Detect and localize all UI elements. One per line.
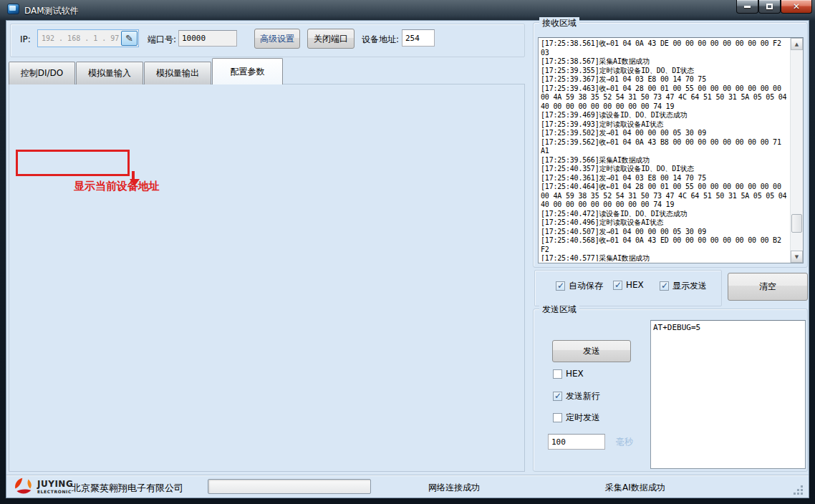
annotation-arrow (132, 171, 135, 179)
brand-name: JUYING (37, 480, 73, 488)
close-port-button[interactable]: 关闭端口 (307, 29, 355, 49)
arrow-up-icon: ▲ (795, 42, 799, 47)
checkbox-label: HEX (566, 369, 584, 379)
show-send-checkbox[interactable]: 显示发送 (660, 280, 707, 292)
ip-input[interactable]: 192 . 168 . 1 . 97 (38, 34, 121, 42)
group-title: 接收区域 (539, 17, 579, 29)
advanced-settings-button[interactable]: 高级设置 (254, 29, 300, 49)
annotation-text: 显示当前设备地址 (74, 180, 160, 193)
send-button[interactable]: 发送 (552, 340, 631, 362)
receive-log-box[interactable]: [17:25:38.561]收←01 04 0A 43 DE 00 00 00 … (538, 37, 804, 263)
checkbox-label: HEX (626, 280, 644, 290)
tab-label: 模拟量输入 (88, 67, 131, 79)
checkbox-label: 显示发送 (672, 280, 707, 292)
port-input[interactable] (178, 30, 237, 47)
checkbox-box (556, 281, 565, 291)
maximize-button[interactable] (758, 0, 781, 14)
autosave-checkbox[interactable]: 自动保存 (556, 280, 603, 292)
brand-subname: ELECTRONIC (37, 489, 72, 494)
app-icon (7, 4, 19, 14)
device-address-label: 设备地址: (362, 34, 399, 44)
send-interval-input[interactable] (548, 434, 605, 450)
device-address-input[interactable] (402, 29, 435, 47)
statusbar-divider (6, 475, 809, 475)
checkbox-box (660, 281, 669, 291)
scrollbar-thumb[interactable] (791, 214, 802, 233)
send-hex-checkbox[interactable]: HEX (553, 369, 584, 379)
title-bar: DAM测试软件 ✕ (0, 0, 815, 20)
close-icon: ✕ (793, 2, 800, 11)
minimize-icon (744, 6, 751, 8)
scroll-up-button[interactable]: ▲ (791, 38, 803, 50)
close-button[interactable]: ✕ (781, 0, 812, 14)
group-title: 发送区域 (539, 304, 579, 316)
maximize-icon (766, 4, 773, 9)
checkbox-label: 发送新行 (566, 390, 600, 402)
arrow-down-icon: ▼ (795, 254, 799, 260)
minimize-button[interactable] (736, 0, 758, 14)
scroll-down-button[interactable]: ▼ (791, 251, 803, 263)
send-content-textarea[interactable]: AT+DEBUG=5 (650, 320, 806, 469)
checkbox-box (553, 369, 562, 379)
ai-data-status: 采集AI数据成功 (605, 483, 665, 493)
tab-analog-output[interactable]: 模拟量输出 (144, 62, 211, 84)
tab-config-params[interactable]: 配置参数 (212, 58, 283, 84)
receive-scrollbar[interactable]: ▲ ▼ (790, 38, 803, 263)
milliseconds-label: 毫秒 (616, 437, 633, 447)
resize-grip[interactable] (801, 485, 803, 488)
edit-ip-button[interactable]: ✎ (121, 31, 138, 46)
checkbox-box (553, 413, 562, 422)
ip-field-group: 192 . 168 . 1 . 97 ✎ (37, 29, 139, 47)
pencil-icon: ✎ (125, 33, 133, 44)
send-newline-checkbox[interactable]: 发送新行 (553, 390, 600, 402)
checkbox-label: 自动保存 (569, 280, 603, 292)
tab-label: 配置参数 (231, 66, 265, 78)
timed-send-checkbox[interactable]: 定时发送 (553, 412, 600, 424)
tab-label: 模拟量输出 (156, 67, 199, 79)
juying-logo (13, 478, 34, 496)
checkbox-box (553, 392, 562, 401)
checkbox-label: 定时发送 (566, 412, 600, 424)
checkbox-box (613, 281, 622, 290)
clear-button[interactable]: 清空 (728, 273, 808, 301)
network-status: 网络连接成功 (428, 483, 480, 493)
tab-analog-input[interactable]: 模拟量输入 (76, 62, 143, 84)
tab-control-dido[interactable]: 控制DI/DO (9, 62, 75, 84)
company-name: 北京聚英翱翔电子有限公司 (72, 482, 183, 495)
hex-display-checkbox[interactable]: HEX (613, 280, 644, 290)
config-tab-page (9, 84, 525, 472)
window-title: DAM测试软件 (24, 5, 79, 17)
progress-bar (208, 479, 371, 494)
tab-label: 控制DI/DO (21, 67, 64, 79)
port-label: 端口号: (148, 34, 176, 44)
ip-label: IP: (20, 34, 31, 44)
receive-log-text: [17:25:38.561]收←01 04 0A 43 DE 00 00 00 … (541, 39, 789, 261)
